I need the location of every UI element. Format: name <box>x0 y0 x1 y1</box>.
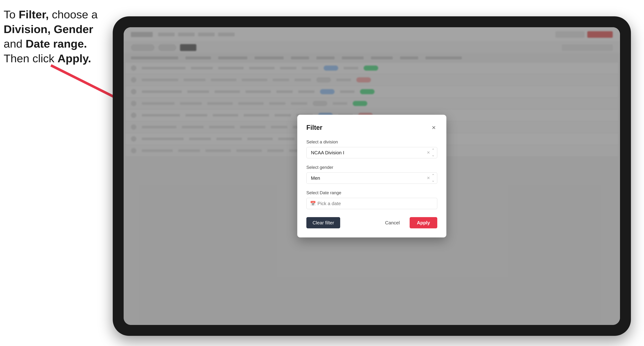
cancel-button[interactable]: Cancel <box>379 217 406 228</box>
gender-select-wrapper: Men ✕ ⌃⌄ <box>306 173 437 184</box>
modal-footer: Clear filter Cancel Apply <box>306 217 437 228</box>
division-select-wrapper: NCAA Division I ✕ ⌃⌄ <box>306 147 437 158</box>
modal-close-button[interactable]: ✕ <box>430 124 437 131</box>
division-label: Select a division <box>306 139 437 145</box>
footer-right-buttons: Cancel Apply <box>379 217 437 228</box>
modal-title: Filter <box>306 124 322 131</box>
instruction-line2: Division, Gender <box>4 23 93 35</box>
date-range-field-group: Select Date range 📅 <box>306 190 437 209</box>
instruction-block: To Filter, choose a Division, Gender and… <box>4 7 106 66</box>
instruction-line3: and Date range. <box>4 37 87 50</box>
tablet-screen: Filter ✕ Select a division NCAA Division… <box>124 27 620 325</box>
gender-label: Select gender <box>306 165 437 170</box>
modal-overlay: Filter ✕ Select a division NCAA Division… <box>124 27 620 325</box>
division-field-group: Select a division NCAA Division I ✕ ⌃⌄ <box>306 139 437 158</box>
filter-modal: Filter ✕ Select a division NCAA Division… <box>297 115 446 237</box>
gender-field-group: Select gender Men ✕ ⌃⌄ <box>306 165 437 184</box>
instruction-line1: To Filter, choose a <box>4 8 98 21</box>
division-clear-icon[interactable]: ✕ <box>427 150 430 155</box>
date-input-wrapper: 📅 <box>306 198 437 209</box>
clear-filter-button[interactable]: Clear filter <box>306 217 340 228</box>
apply-button[interactable]: Apply <box>410 217 437 228</box>
gender-select[interactable]: Men <box>306 173 437 184</box>
date-range-input[interactable] <box>306 198 437 209</box>
division-select[interactable]: NCAA Division I <box>306 147 437 158</box>
modal-header: Filter ✕ <box>306 124 437 131</box>
instruction-line4: Then click Apply. <box>4 52 91 65</box>
tablet-device: Filter ✕ Select a division NCAA Division… <box>113 16 631 336</box>
date-range-label: Select Date range <box>306 190 437 195</box>
gender-clear-icon[interactable]: ✕ <box>427 176 430 180</box>
